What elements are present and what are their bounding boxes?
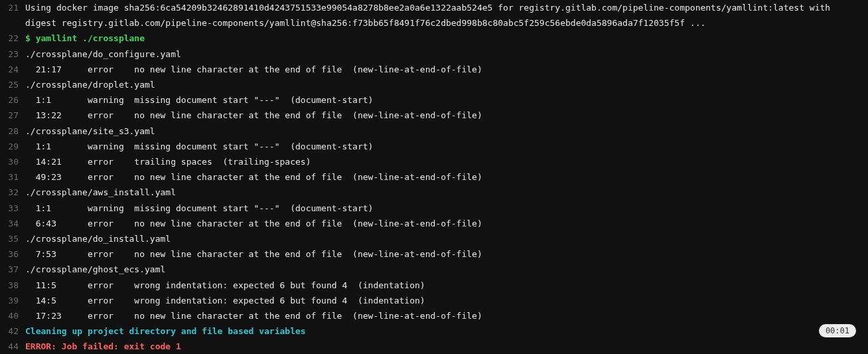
log-line[interactable]: 33 1:1 warning missing document start "-… [0, 201, 860, 216]
log-text: 14:5 error wrong indentation: expected 6… [25, 293, 860, 308]
log-line[interactable]: 31 49:23 error no new line character at … [0, 169, 860, 185]
log-text: Cleaning up project directory and file b… [25, 323, 860, 339]
line-number[interactable]: 38 [0, 278, 25, 293]
log-text: ./crossplane/ghost_ecs.yaml [25, 262, 860, 277]
line-number[interactable]: 26 [0, 92, 25, 108]
line-number[interactable]: 34 [0, 216, 25, 231]
log-line[interactable]: 39 14:5 error wrong indentation: expecte… [0, 293, 860, 308]
line-number[interactable]: 44 [0, 339, 25, 354]
log-text: 1:1 warning missing document start "---"… [25, 139, 860, 154]
line-number[interactable]: 29 [0, 139, 25, 154]
line-number[interactable]: 40 [0, 308, 25, 323]
log-text: Using docker image sha256:6ca54209b32462… [25, 0, 860, 31]
line-number[interactable]: 28 [0, 124, 25, 139]
job-log[interactable]: 21Using docker image sha256:6ca54209b324… [0, 0, 868, 354]
line-number[interactable]: 32 [0, 185, 25, 200]
log-text: ./crossplane/do_install.yaml [25, 231, 860, 246]
log-text: 11:5 error wrong indentation: expected 6… [25, 278, 860, 293]
log-line[interactable]: 27 13:22 error no new line character at … [0, 108, 860, 123]
section-duration-badge: 00:01 [819, 324, 856, 337]
log-text: ./crossplane/do_configure.yaml [25, 46, 860, 62]
log-text: ./crossplane/site_s3.yaml [25, 124, 860, 139]
log-line[interactable]: 42Cleaning up project directory and file… [0, 323, 860, 339]
line-number[interactable]: 31 [0, 169, 25, 185]
log-line[interactable]: 24 21:17 error no new line character at … [0, 62, 860, 77]
log-line[interactable]: 40 17:23 error no new line character at … [0, 308, 860, 323]
log-line[interactable]: 32./crossplane/aws_install.yaml [0, 185, 860, 200]
log-text: 21:17 error no new line character at the… [25, 62, 860, 77]
log-text: ./crossplane/droplet.yaml [25, 77, 860, 92]
log-text: 6:43 error no new line character at the … [25, 216, 860, 231]
log-line[interactable]: 38 11:5 error wrong indentation: expecte… [0, 278, 860, 293]
log-text: 17:23 error no new line character at the… [25, 308, 860, 323]
log-text: ERROR: Job failed: exit code 1 [25, 339, 860, 354]
log-line[interactable]: 36 7:53 error no new line character at t… [0, 246, 860, 262]
log-text: $ yamllint ./crossplane [25, 31, 860, 46]
log-text: 7:53 error no new line character at the … [25, 246, 860, 262]
log-line[interactable]: 35./crossplane/do_install.yaml [0, 231, 860, 246]
line-number[interactable]: 21 [0, 0, 25, 15]
line-number[interactable]: 42 [0, 323, 25, 339]
log-line[interactable]: 30 14:21 error trailing spaces (trailing… [0, 154, 860, 169]
line-number[interactable]: 27 [0, 108, 25, 123]
log-line[interactable]: 29 1:1 warning missing document start "-… [0, 139, 860, 154]
line-number[interactable]: 23 [0, 46, 25, 62]
log-text: 1:1 warning missing document start "---"… [25, 92, 860, 108]
log-line[interactable]: 23./crossplane/do_configure.yaml [0, 46, 860, 62]
log-line[interactable]: 44ERROR: Job failed: exit code 1 [0, 339, 860, 354]
log-line[interactable]: 26 1:1 warning missing document start "-… [0, 92, 860, 108]
line-number[interactable]: 33 [0, 201, 25, 216]
log-line[interactable]: 25./crossplane/droplet.yaml [0, 77, 860, 92]
log-text: ./crossplane/aws_install.yaml [25, 185, 860, 200]
line-number[interactable]: 30 [0, 154, 25, 169]
log-line[interactable]: 22$ yamllint ./crossplane [0, 31, 860, 46]
log-text: 13:22 error no new line character at the… [25, 108, 860, 123]
log-line[interactable]: 37./crossplane/ghost_ecs.yaml [0, 262, 860, 277]
log-text: 14:21 error trailing spaces (trailing-sp… [25, 154, 860, 169]
log-line[interactable]: 34 6:43 error no new line character at t… [0, 216, 860, 231]
line-number[interactable]: 24 [0, 62, 25, 77]
line-number[interactable]: 37 [0, 262, 25, 277]
line-number[interactable]: 25 [0, 77, 25, 92]
line-number[interactable]: 35 [0, 231, 25, 246]
log-text: 49:23 error no new line character at the… [25, 169, 860, 185]
line-number[interactable]: 22 [0, 31, 25, 46]
log-text: 1:1 warning missing document start "---"… [25, 201, 860, 216]
line-number[interactable]: 39 [0, 293, 25, 308]
log-line[interactable]: 21Using docker image sha256:6ca54209b324… [0, 0, 860, 31]
log-line[interactable]: 28./crossplane/site_s3.yaml [0, 124, 860, 139]
line-number[interactable]: 36 [0, 246, 25, 262]
